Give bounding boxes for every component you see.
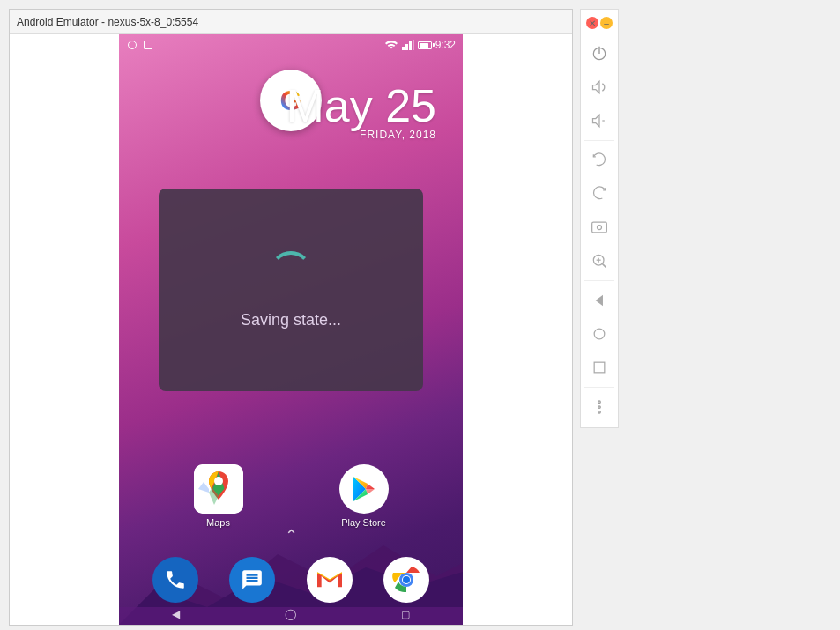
- maps-app-icon[interactable]: Maps: [194, 464, 243, 528]
- playstore-icon-bg: [339, 464, 389, 514]
- side-toolbar: ✕ –: [580, 9, 619, 428]
- messages-dock-icon[interactable]: [229, 557, 275, 603]
- svg-marker-24: [597, 296, 603, 305]
- emulator-window: Android Emulator - nexus-5x-8_0:5554: [9, 9, 573, 626]
- volume-down-button[interactable]: [584, 105, 615, 137]
- gmail-dock-icon[interactable]: [307, 557, 353, 603]
- status-left: [126, 39, 154, 51]
- toolbar-recents-button[interactable]: [584, 352, 615, 383]
- window-close-button[interactable]: ✕: [586, 17, 598, 29]
- svg-rect-4: [405, 44, 408, 50]
- power-button[interactable]: [584, 38, 615, 70]
- play-store-app-icon[interactable]: Play Store: [339, 464, 389, 528]
- sim-icon: [142, 39, 154, 51]
- toolbar-back-button[interactable]: [584, 285, 615, 316]
- toolbar-home-button[interactable]: [584, 318, 615, 350]
- clock: 9:32: [435, 39, 456, 51]
- svg-point-19: [598, 226, 602, 230]
- volume-up-button[interactable]: [584, 71, 615, 103]
- svg-point-29: [598, 411, 601, 414]
- more-button[interactable]: [584, 391, 615, 423]
- window-title: Android Emulator - nexus-5x-8_0:5554: [17, 16, 198, 28]
- date-display: May 25 FRIDAY, 2018: [286, 83, 436, 141]
- svg-rect-5: [409, 41, 412, 50]
- back-nav-icon[interactable]: ◀: [172, 608, 180, 620]
- battery-icon: [418, 41, 432, 49]
- saving-state-overlay: Saving state...: [159, 189, 423, 391]
- svg-point-25: [594, 329, 605, 339]
- phone-screen: 9:32 G May 25 FRIDAY, 2018 Saving state.…: [119, 34, 463, 625]
- toolbar-divider-1: [584, 140, 614, 141]
- zoom-button[interactable]: [584, 245, 615, 277]
- title-bar: Android Emulator - nexus-5x-8_0:5554: [10, 10, 572, 34]
- svg-marker-16: [593, 115, 600, 126]
- status-right: 9:32: [384, 39, 456, 51]
- chrome-dock-icon[interactable]: [383, 557, 429, 603]
- bottom-dock: [119, 557, 463, 603]
- swipe-up-indicator: ⌃: [285, 526, 298, 545]
- svg-line-21: [602, 263, 606, 267]
- wifi-icon: [384, 40, 398, 50]
- svg-rect-3: [402, 47, 405, 50]
- home-nav-icon[interactable]: ◯: [285, 608, 296, 620]
- rotate-right-button[interactable]: [584, 178, 615, 210]
- svg-rect-26: [594, 362, 605, 373]
- svg-point-8: [214, 477, 223, 485]
- saving-state-text: Saving state...: [241, 311, 341, 330]
- nav-bar: ◀ ◯ ▢: [119, 604, 463, 625]
- svg-point-27: [598, 401, 601, 404]
- svg-rect-18: [592, 222, 607, 233]
- status-bar: 9:32: [119, 34, 463, 56]
- screenshot-button[interactable]: [584, 211, 615, 243]
- toolbar-window-buttons: ✕ –: [581, 13, 618, 33]
- toolbar-divider-3: [584, 387, 614, 388]
- svg-point-12: [403, 576, 410, 583]
- svg-point-28: [598, 406, 601, 409]
- toolbar-divider-2: [584, 280, 614, 281]
- signal-icon: [402, 40, 414, 50]
- app-icons-row: Maps: [119, 464, 463, 528]
- svg-marker-15: [593, 81, 600, 93]
- maps-label: Maps: [206, 517, 230, 528]
- play-store-label: Play Store: [341, 517, 386, 528]
- svg-rect-6: [413, 40, 414, 50]
- date-month-day: May 25: [286, 83, 436, 129]
- rotate-left-button[interactable]: [584, 145, 615, 176]
- maps-icon-bg: [194, 464, 243, 514]
- loading-spinner: [270, 251, 312, 293]
- window-minimize-button[interactable]: –: [600, 17, 613, 29]
- recents-nav-icon[interactable]: ▢: [401, 609, 410, 620]
- phone-dock-icon[interactable]: [152, 557, 198, 603]
- circle-status-icon: [126, 39, 138, 51]
